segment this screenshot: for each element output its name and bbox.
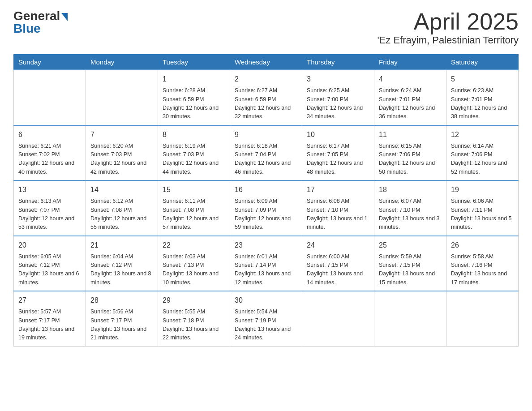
day-number: 30 [235, 295, 297, 306]
day-info: Sunrise: 6:20 AMSunset: 7:03 PMDaylight:… [90, 143, 146, 175]
day-number: 12 [451, 129, 514, 140]
day-number: 2 [235, 74, 297, 85]
day-info: Sunrise: 6:08 AMSunset: 7:10 PMDaylight:… [307, 198, 368, 230]
day-info: Sunrise: 6:14 AMSunset: 7:06 PMDaylight:… [451, 143, 507, 175]
day-number: 29 [163, 295, 225, 306]
calendar-cell: 1Sunrise: 6:28 AMSunset: 6:59 PMDaylight… [158, 70, 230, 125]
day-number: 17 [307, 184, 369, 195]
day-number: 11 [379, 129, 442, 140]
day-number: 7 [90, 129, 153, 140]
calendar-cell: 3Sunrise: 6:25 AMSunset: 7:00 PMDaylight… [302, 70, 374, 125]
day-info: Sunrise: 6:05 AMSunset: 7:12 PMDaylight:… [18, 253, 79, 286]
day-number: 10 [307, 129, 369, 140]
day-info: Sunrise: 5:58 AMSunset: 7:16 PMDaylight:… [451, 253, 507, 286]
title-section: April 2025 'Ez Efrayim, Palestinian Terr… [377, 9, 519, 46]
calendar-title: April 2025 [377, 9, 519, 34]
day-number: 26 [451, 240, 514, 251]
calendar-cell: 16Sunrise: 6:09 AMSunset: 7:09 PMDayligh… [230, 180, 302, 236]
calendar-cell: 23Sunrise: 6:01 AMSunset: 7:14 PMDayligh… [230, 236, 302, 291]
calendar-cell: 29Sunrise: 5:55 AMSunset: 7:18 PMDayligh… [158, 291, 230, 346]
calendar-cell: 9Sunrise: 6:18 AMSunset: 7:04 PMDaylight… [230, 125, 302, 181]
calendar-subtitle: 'Ez Efrayim, Palestinian Territory [377, 34, 519, 46]
calendar-week-row: 6Sunrise: 6:21 AMSunset: 7:02 PMDaylight… [14, 125, 519, 181]
day-info: Sunrise: 6:13 AMSunset: 7:07 PMDaylight:… [18, 198, 74, 230]
header-friday: Friday [374, 55, 446, 70]
calendar-week-row: 20Sunrise: 6:05 AMSunset: 7:12 PMDayligh… [14, 236, 519, 291]
day-info: Sunrise: 6:27 AMSunset: 6:59 PMDaylight:… [235, 87, 291, 120]
calendar-cell: 25Sunrise: 5:59 AMSunset: 7:15 PMDayligh… [374, 236, 446, 291]
calendar-cell: 26Sunrise: 5:58 AMSunset: 7:16 PMDayligh… [446, 236, 519, 291]
day-info: Sunrise: 5:56 AMSunset: 7:17 PMDaylight:… [90, 308, 146, 341]
day-info: Sunrise: 5:55 AMSunset: 7:18 PMDaylight:… [163, 308, 219, 341]
calendar-cell: 14Sunrise: 6:12 AMSunset: 7:08 PMDayligh… [86, 180, 158, 236]
header-wednesday: Wednesday [230, 55, 302, 70]
calendar-cell: 21Sunrise: 6:04 AMSunset: 7:12 PMDayligh… [86, 236, 158, 291]
day-number: 5 [451, 74, 514, 85]
calendar-cell [446, 291, 519, 346]
day-number: 25 [379, 240, 442, 251]
header-thursday: Thursday [302, 55, 374, 70]
calendar-cell: 7Sunrise: 6:20 AMSunset: 7:03 PMDaylight… [86, 125, 158, 181]
day-number: 3 [307, 74, 369, 85]
day-number: 14 [90, 184, 153, 195]
day-number: 18 [379, 184, 442, 195]
day-number: 4 [379, 74, 442, 85]
day-info: Sunrise: 6:18 AMSunset: 7:04 PMDaylight:… [235, 143, 291, 175]
day-number: 27 [18, 295, 81, 306]
day-number: 15 [163, 184, 225, 195]
day-number: 8 [163, 129, 225, 140]
calendar-cell: 6Sunrise: 6:21 AMSunset: 7:02 PMDaylight… [14, 125, 86, 181]
day-number: 6 [18, 129, 81, 140]
day-info: Sunrise: 6:00 AMSunset: 7:15 PMDaylight:… [307, 253, 363, 286]
day-info: Sunrise: 6:25 AMSunset: 7:00 PMDaylight:… [307, 87, 363, 120]
calendar-table: SundayMondayTuesdayWednesdayThursdayFrid… [13, 54, 519, 347]
calendar-cell: 13Sunrise: 6:13 AMSunset: 7:07 PMDayligh… [14, 180, 86, 236]
calendar-cell [86, 70, 158, 125]
day-number: 20 [18, 240, 81, 251]
calendar-cell: 30Sunrise: 5:54 AMSunset: 7:19 PMDayligh… [230, 291, 302, 346]
day-info: Sunrise: 6:03 AMSunset: 7:13 PMDaylight:… [163, 253, 219, 286]
day-info: Sunrise: 6:01 AMSunset: 7:14 PMDaylight:… [235, 253, 291, 286]
day-number: 28 [90, 295, 153, 306]
day-info: Sunrise: 5:57 AMSunset: 7:17 PMDaylight:… [18, 308, 74, 341]
day-info: Sunrise: 6:15 AMSunset: 7:06 PMDaylight:… [379, 143, 435, 175]
calendar-cell [374, 291, 446, 346]
day-number: 23 [235, 240, 297, 251]
calendar-cell: 2Sunrise: 6:27 AMSunset: 6:59 PMDaylight… [230, 70, 302, 125]
calendar-week-row: 27Sunrise: 5:57 AMSunset: 7:17 PMDayligh… [14, 291, 519, 346]
calendar-cell: 17Sunrise: 6:08 AMSunset: 7:10 PMDayligh… [302, 180, 374, 236]
day-info: Sunrise: 6:04 AMSunset: 7:12 PMDaylight:… [90, 253, 151, 286]
day-info: Sunrise: 6:06 AMSunset: 7:11 PMDaylight:… [451, 198, 512, 230]
calendar-cell: 22Sunrise: 6:03 AMSunset: 7:13 PMDayligh… [158, 236, 230, 291]
header-tuesday: Tuesday [158, 55, 230, 70]
calendar-cell [302, 291, 374, 346]
day-info: Sunrise: 6:12 AMSunset: 7:08 PMDaylight:… [90, 198, 146, 230]
calendar-cell: 4Sunrise: 6:24 AMSunset: 7:01 PMDaylight… [374, 70, 446, 125]
day-info: Sunrise: 6:09 AMSunset: 7:09 PMDaylight:… [235, 198, 291, 230]
day-number: 1 [163, 74, 225, 85]
calendar-cell: 12Sunrise: 6:14 AMSunset: 7:06 PMDayligh… [446, 125, 519, 181]
calendar-cell: 5Sunrise: 6:23 AMSunset: 7:01 PMDaylight… [446, 70, 519, 125]
day-info: Sunrise: 6:23 AMSunset: 7:01 PMDaylight:… [451, 87, 507, 120]
calendar-cell: 20Sunrise: 6:05 AMSunset: 7:12 PMDayligh… [14, 236, 86, 291]
day-number: 9 [235, 129, 297, 140]
day-info: Sunrise: 6:28 AMSunset: 6:59 PMDaylight:… [163, 87, 219, 120]
day-info: Sunrise: 5:59 AMSunset: 7:15 PMDaylight:… [379, 253, 435, 286]
day-info: Sunrise: 6:11 AMSunset: 7:08 PMDaylight:… [163, 198, 219, 230]
calendar-cell: 24Sunrise: 6:00 AMSunset: 7:15 PMDayligh… [302, 236, 374, 291]
day-info: Sunrise: 6:24 AMSunset: 7:01 PMDaylight:… [379, 87, 435, 120]
calendar-cell: 8Sunrise: 6:19 AMSunset: 7:03 PMDaylight… [158, 125, 230, 181]
day-info: Sunrise: 6:21 AMSunset: 7:02 PMDaylight:… [18, 143, 74, 175]
header-saturday: Saturday [446, 55, 519, 70]
calendar-cell [14, 70, 86, 125]
calendar-cell: 18Sunrise: 6:07 AMSunset: 7:10 PMDayligh… [374, 180, 446, 236]
calendar-cell: 19Sunrise: 6:06 AMSunset: 7:11 PMDayligh… [446, 180, 519, 236]
logo-triangle-icon [61, 13, 68, 21]
day-number: 24 [307, 240, 369, 251]
day-number: 13 [18, 184, 81, 195]
day-info: Sunrise: 6:07 AMSunset: 7:10 PMDaylight:… [379, 198, 440, 230]
page-header: General Blue April 2025 'Ez Efrayim, Pal… [13, 9, 519, 46]
logo-text-blue: Blue [13, 21, 41, 36]
calendar-cell: 15Sunrise: 6:11 AMSunset: 7:08 PMDayligh… [158, 180, 230, 236]
calendar-cell: 10Sunrise: 6:17 AMSunset: 7:05 PMDayligh… [302, 125, 374, 181]
